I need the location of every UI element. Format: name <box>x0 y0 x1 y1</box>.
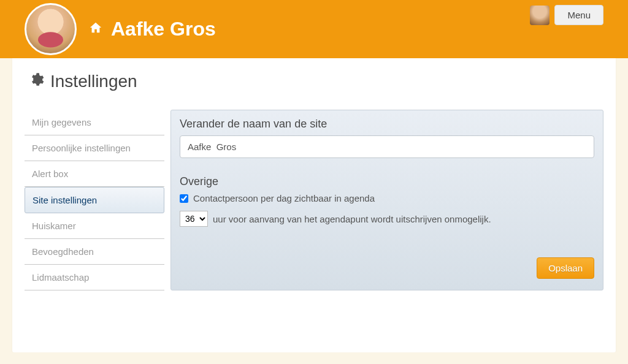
sidebar-item-0[interactable]: Mijn gegevens <box>25 110 164 135</box>
save-button[interactable]: Opslaan <box>537 257 594 279</box>
sidebar-item-6[interactable]: Lidmaatschap <box>25 265 164 290</box>
site-name-input[interactable] <box>180 135 594 158</box>
sidebar-item-5[interactable]: Bevoegdheden <box>25 239 164 265</box>
contact-visibility-label: Contactpersoon per dag zichtbaar in agen… <box>193 193 375 203</box>
gear-icon <box>28 72 44 91</box>
menu-button[interactable]: Menu <box>554 5 603 25</box>
sidebar-item-4[interactable]: Huiskamer <box>25 213 164 239</box>
sidebar-item-2[interactable]: Alert box <box>25 161 164 187</box>
sidebar-item-1[interactable]: Persoonlijke instellingen <box>25 135 164 161</box>
rename-site-label: Verander de naam van de site <box>180 118 594 131</box>
content-row: Mijn gegevensPersoonlijke instellingenAl… <box>12 110 616 290</box>
save-row: Opslaan <box>180 257 594 279</box>
main-card: Instellingen Mijn gegevensPersoonlijke i… <box>12 58 616 352</box>
page-title: Instellingen <box>50 72 137 91</box>
other-section-label: Overige <box>180 175 594 188</box>
header-right: Menu <box>530 5 603 25</box>
hours-suffix: uur voor aanvang van het agendapunt word… <box>213 214 491 224</box>
avatar-large[interactable] <box>25 3 77 55</box>
hours-select[interactable]: 36 <box>180 211 208 227</box>
home-icon[interactable] <box>89 21 102 38</box>
hours-row: 36 uur voor aanvang van het agendapunt w… <box>180 211 594 227</box>
settings-panel: Verander de naam van de site Overige Con… <box>170 110 603 290</box>
contact-visibility-checkbox[interactable] <box>180 194 188 203</box>
header-title: Aafke Gros <box>111 18 216 40</box>
sidebar-item-3[interactable]: Site instellingen <box>25 187 164 213</box>
app-header: Aafke Gros Menu <box>0 0 628 58</box>
settings-sidebar: Mijn gegevensPersoonlijke instellingenAl… <box>25 110 164 290</box>
avatar-small[interactable] <box>530 6 550 25</box>
page-title-row: Instellingen <box>12 72 616 110</box>
contact-visibility-row[interactable]: Contactpersoon per dag zichtbaar in agen… <box>180 193 594 203</box>
